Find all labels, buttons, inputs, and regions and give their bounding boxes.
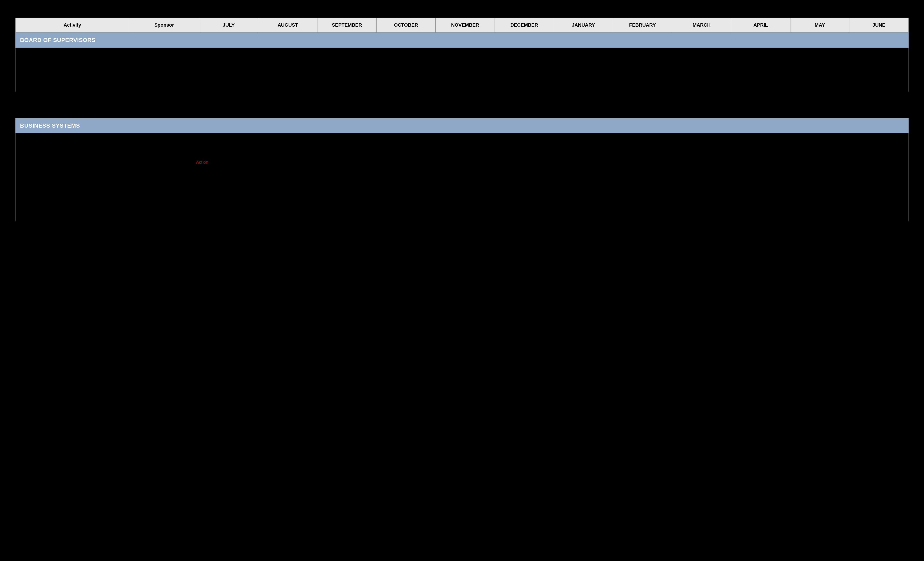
header-august: AUGUST	[258, 18, 318, 32]
header-february: FEBRUARY	[613, 18, 672, 32]
table-header: Activity Sponsor JULY AUGUST SEPTEMBER O…	[15, 18, 909, 33]
business-section-header: BUSINESS SYSTEMS	[15, 118, 909, 134]
business-systems-section: BUSINESS SYSTEMS Action	[15, 118, 909, 221]
header-september: SEPTEMBER	[318, 18, 376, 32]
header-october: OCTOBER	[376, 18, 436, 32]
section-gap-1	[15, 92, 909, 118]
board-section-header: BOARD OF SUPERVISORS	[15, 33, 909, 48]
header-sponsor: Sponsor	[129, 18, 199, 32]
header-december: DECEMBER	[495, 18, 554, 32]
header-june: JUNE	[849, 18, 908, 32]
board-data-rows	[15, 48, 909, 92]
header-april: APRIL	[731, 18, 790, 32]
main-table: Activity Sponsor JULY AUGUST SEPTEMBER O…	[15, 18, 909, 221]
header-july: JULY	[200, 18, 258, 32]
header-november: NOVEMBER	[436, 18, 495, 32]
header-may: MAY	[790, 18, 850, 32]
header-activity: Activity	[16, 18, 129, 32]
header-january: JANUARY	[554, 18, 613, 32]
header-march: MARCH	[672, 18, 731, 32]
board-of-supervisors-section: BOARD OF SUPERVISORS	[15, 33, 909, 92]
board-section-title: BOARD OF SUPERVISORS	[20, 37, 96, 44]
business-section-title: BUSINESS SYSTEMS	[20, 122, 80, 129]
action-label: Action	[196, 160, 208, 165]
business-data-rows: Action	[15, 134, 909, 221]
